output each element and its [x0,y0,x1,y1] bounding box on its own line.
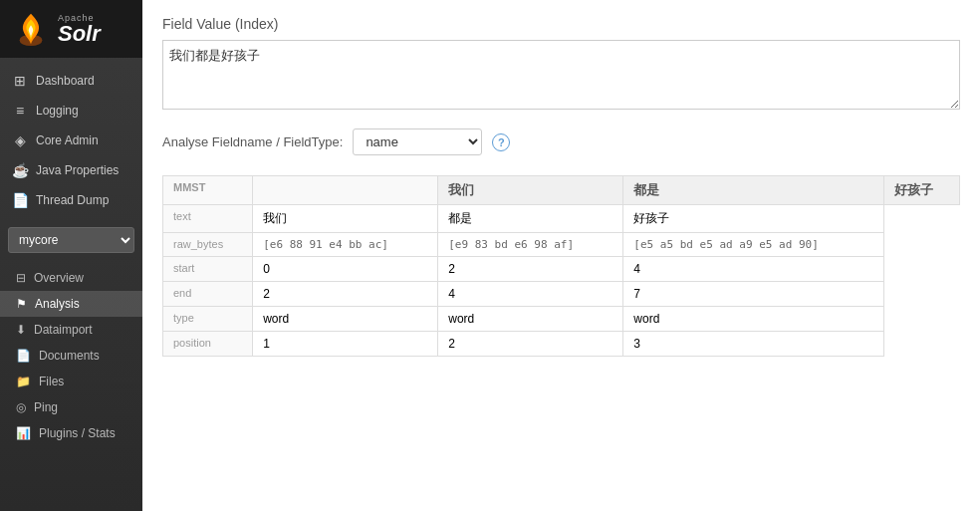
label-raw-bytes: raw_bytes [163,233,253,257]
sidebar-item-overview[interactable]: ⊟ Overview [0,265,142,291]
cell-end-2: 7 [623,282,884,307]
sidebar-item-logging[interactable]: ≡ Logging [0,96,142,126]
cell-start-0: 0 [253,257,438,282]
analysis-icon: ⚑ [16,297,27,311]
files-label: Files [39,375,64,388]
sidebar-item-documents[interactable]: 📄 Documents [0,343,142,369]
sidebar-item-files[interactable]: 📁 Files [0,369,142,394]
thread-dump-label: Thread Dump [36,193,109,207]
documents-icon: 📄 [16,349,31,363]
solr-logo-text: Apache Solr [58,14,101,45]
sidebar-item-java-properties[interactable]: ☕ Java Properties [0,155,142,185]
cell-type-0: word [253,307,438,332]
token-header-0: 我们 [438,176,623,205]
logging-label: Logging [36,104,79,118]
cell-position-0: 1 [253,332,438,357]
ping-label: Ping [34,400,58,414]
sub-nav: ⊟ Overview ⚑ Analysis ⬇ Dataimport 📄 Doc… [0,261,142,446]
token-header-1: 都是 [623,176,884,205]
cell-text-0: 我们 [253,205,438,233]
cell-start-1: 2 [438,257,623,282]
documents-label: Documents [39,349,100,363]
plugins-stats-label: Plugins / Stats [39,426,116,440]
overview-label: Overview [34,271,84,285]
sidebar-item-dashboard[interactable]: ⊞ Dashboard [0,66,142,96]
logo-area: Apache Solr [0,0,142,58]
sidebar-item-core-admin[interactable]: ◈ Core Admin [0,126,142,155]
cell-end-1: 4 [438,282,623,307]
cell-raw-bytes-2: [e5 a5 bd e5 ad a9 e5 ad 90] [623,233,884,257]
cell-type-2: word [623,307,884,332]
sidebar-item-ping[interactable]: ◎ Ping [0,394,142,420]
sidebar-item-thread-dump[interactable]: 📄 Thread Dump [0,185,142,215]
main-nav: ⊞ Dashboard ≡ Logging ◈ Core Admin ☕ Jav… [0,58,142,215]
plugins-stats-icon: 📊 [16,426,31,440]
solr-flame-icon [12,10,50,48]
cell-text-2: 好孩子 [623,205,884,233]
label-end: end [163,282,253,307]
table-row-text: text 我们 都是 好孩子 [163,205,960,233]
sidebar-item-dataimport[interactable]: ⬇ Dataimport [0,317,142,343]
sidebar-item-plugins-stats[interactable]: 📊 Plugins / Stats [0,420,142,446]
core-selector[interactable]: mycore [8,227,134,253]
field-value-input[interactable]: 我们都是好孩子 [162,40,960,110]
table-row-position: position 1 2 3 [163,332,960,357]
cell-type-1: word [438,307,623,332]
label-text: text [163,205,253,233]
sidebar-item-analysis[interactable]: ⚑ Analysis [0,291,142,317]
java-properties-label: Java Properties [36,163,119,177]
label-start: start [163,257,253,282]
main-content: Field Value (Index) 我们都是好孩子 Analyse Fiel… [142,0,980,511]
table-row-start: start 0 2 4 [163,257,960,282]
mmst-label: MMST [163,176,253,205]
field-value-label: Field Value (Index) [162,16,960,32]
cell-start-2: 4 [623,257,884,282]
label-type: type [163,307,253,332]
analysis-table: MMST 我们 都是 好孩子 text 我们 都是 好孩子 raw_bytes … [162,175,960,357]
table-row-end: end 2 4 7 [163,282,960,307]
cell-end-0: 2 [253,282,438,307]
table-row-raw-bytes: raw_bytes [e6 88 91 e4 bb ac] [e9 83 bd … [163,233,960,257]
sidebar: Apache Solr ⊞ Dashboard ≡ Logging ◈ Core… [0,0,142,511]
files-icon: 📁 [16,375,31,388]
cell-position-2: 3 [623,332,884,357]
cell-raw-bytes-1: [e9 83 bd e6 98 af] [438,233,623,257]
label-position: position [163,332,253,357]
logging-icon: ≡ [12,103,28,119]
core-selector-area: mycore [0,219,142,261]
core-admin-label: Core Admin [36,133,99,147]
field-value-section: Field Value (Index) 我们都是好孩子 [162,16,960,128]
cell-text-1: 都是 [438,205,623,233]
analyse-row: Analyse Fieldname / FieldType: name text… [162,128,960,155]
java-properties-icon: ☕ [12,162,28,178]
cell-position-1: 2 [438,332,623,357]
analysis-label: Analysis [35,297,80,311]
ping-icon: ◎ [16,400,26,414]
col-label-text [253,176,438,205]
token-header-2: 好孩子 [883,176,959,205]
dataimport-label: Dataimport [34,323,93,337]
dataimport-icon: ⬇ [16,323,26,337]
core-admin-icon: ◈ [12,132,28,148]
dashboard-label: Dashboard [36,74,95,88]
thread-dump-icon: 📄 [12,192,28,208]
overview-icon: ⊟ [16,271,26,285]
fieldtype-select[interactable]: name text_general string int [353,128,482,155]
solr-label: Solr [58,23,101,45]
dashboard-icon: ⊞ [12,73,28,89]
cell-raw-bytes-0: [e6 88 91 e4 bb ac] [253,233,438,257]
analyse-label: Analyse Fieldname / FieldType: [162,134,343,149]
table-row-type: type word word word [163,307,960,332]
help-icon[interactable]: ? [492,133,510,151]
